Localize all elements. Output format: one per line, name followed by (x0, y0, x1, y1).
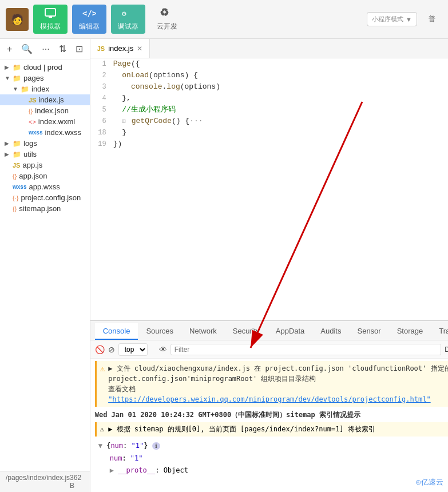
sidebar-item-index-json[interactable]: {} index.json (0, 105, 90, 116)
folder-icon: 📁 (21, 85, 29, 93)
item-label: index.json (35, 106, 69, 115)
item-label: logs (23, 139, 37, 148)
tab-bar: JS index.js ✕ (90, 39, 448, 58)
tab-console[interactable]: Console (95, 323, 138, 340)
console-sitemap-info: ⚠ ▶ 根据 sitemap 的规则[0], 当前页面 [pages/index… (95, 422, 448, 437)
wxss-icon: wxss (13, 184, 26, 190)
devtools-content: ⚠ ▶ 文件 cloud/xiaochengxuma/index.js 在 pr… (90, 359, 448, 492)
sidebar-item-index-wxml[interactable]: <> index.wxml (0, 116, 90, 127)
svg-text:♻: ♻ (160, 8, 169, 18)
sidebar-item-cloud[interactable]: ▶ 📁 cloud | prod (0, 62, 90, 73)
sidebar-item-app-json[interactable]: {} app.json (0, 170, 90, 181)
item-label: index.js (38, 96, 64, 104)
code-editor-area: JS index.js ✕ 1 Page({ 2 onLoad(options)… (90, 39, 448, 320)
add-file-button[interactable]: + (5, 43, 14, 55)
eye-button[interactable]: 👁 (159, 345, 167, 354)
tab-sources[interactable]: Sources (138, 323, 181, 340)
more-options-button[interactable]: ··· (39, 43, 51, 55)
svg-text:</>: </> (82, 9, 96, 18)
code-line-3: 3 console.log(options) (90, 81, 448, 93)
sidebar-item-utils[interactable]: ▶ 📁 utils (0, 149, 90, 160)
tab-index-js[interactable]: JS index.js ✕ (90, 39, 150, 58)
console-warning-1: ⚠ ▶ 文件 cloud/xiaochengxuma/index.js 在 pr… (95, 361, 448, 407)
obj-num-key: num: "1" (110, 454, 143, 462)
avatar-icon: 🧑 (11, 13, 23, 26)
tab-label: index.js (108, 44, 133, 53)
sidebar: + 🔍 ··· ⇅ ⊡ ▶ 📁 cloud | prod ▼ 📁 pages ▼ (0, 39, 90, 492)
json-icon: {} (29, 108, 33, 114)
cloud-label: 云开发 (157, 22, 177, 31)
editor-icon: </> (81, 7, 98, 19)
tab-js-icon: JS (97, 45, 105, 52)
sidebar-item-pages[interactable]: ▼ 📁 pages (0, 73, 90, 84)
tab-network[interactable]: Network (181, 323, 225, 340)
tab-appdata[interactable]: AppData (268, 323, 313, 340)
tab-audits[interactable]: Audits (312, 323, 349, 340)
code-editor[interactable]: 1 Page({ 2 onLoad(options) { 3 console.l… (90, 58, 448, 320)
devtools-toolbar: 🚫 ⊘ top 👁 Default levels ▼ (90, 340, 448, 359)
doc-link[interactable]: "https://developers.weixin.qq.com/minipr… (108, 395, 431, 403)
tab-trace[interactable]: Trace (431, 323, 448, 340)
item-label: index (31, 85, 49, 93)
main-toolbar: 🧑 模拟器 </> 编辑器 ⚙ 调试器 ♻ 云开发 小程序模式 ▼ 普 (0, 0, 448, 39)
sort-button[interactable]: ⇅ (57, 42, 69, 55)
cloud-button[interactable]: ♻ 云开发 (150, 5, 184, 34)
filter-input[interactable] (171, 344, 441, 355)
level-select[interactable]: Default levels ▼ (445, 346, 448, 354)
sidebar-item-logs[interactable]: ▶ 📁 logs (0, 138, 90, 149)
tab-storage[interactable]: Storage (389, 323, 431, 340)
avatar[interactable]: 🧑 (6, 8, 29, 31)
tab-close-button[interactable]: ✕ (137, 45, 142, 53)
clear-console-button[interactable]: 🚫 (95, 345, 105, 354)
stop-button[interactable]: ⊘ (108, 345, 115, 354)
js-icon: JS (29, 97, 36, 104)
search-button[interactable]: 🔍 (19, 42, 35, 55)
item-label: index.wxss (45, 128, 81, 137)
item-label: sitemap.json (19, 204, 61, 213)
mode-label: 小程序模式 (372, 15, 403, 23)
obj-text: {num: "1"} ℹ (106, 442, 160, 450)
sidebar-item-index-js[interactable]: JS index.js (0, 94, 90, 105)
sidebar-item-index-folder[interactable]: ▼ 📁 index (0, 84, 90, 94)
tab-security[interactable]: Security (225, 323, 268, 340)
tab-sensor[interactable]: Sensor (349, 323, 388, 340)
editor-button[interactable]: </> 编辑器 (72, 5, 106, 34)
folder-icon: 📁 (13, 74, 21, 82)
item-label: project.config.json (21, 193, 81, 202)
sidebar-item-app-wxss[interactable]: wxss app.wxss (0, 181, 90, 192)
arrow-icon: ▶ (5, 151, 13, 157)
sidebar-item-sitemap[interactable]: {} sitemap.json (0, 203, 90, 214)
svg-rect-1 (49, 17, 52, 18)
editor-label: 编辑器 (79, 22, 100, 31)
context-selector[interactable]: top (118, 343, 148, 356)
arrow-icon: ▶ (5, 64, 13, 70)
console-date: Wed Jan 01 2020 10:24:32 GMT+0800（中国标准时间… (95, 410, 448, 420)
item-label: cloud | prod (23, 63, 62, 72)
simulator-button[interactable]: 模拟器 (33, 5, 68, 34)
watermark: ⊕亿速云 (415, 477, 443, 487)
code-line-2: 2 onLoad(options) { (90, 70, 448, 81)
sidebar-item-project-config[interactable]: {·} project.config.json (0, 192, 90, 203)
file-size: 362 B (70, 474, 84, 490)
svg-text:⚙: ⚙ (122, 9, 126, 18)
date-text: Wed Jan 01 2020 10:24:32 GMT+0800（中国标准时间… (95, 411, 360, 419)
main-layout: + 🔍 ··· ⇅ ⊡ ▶ 📁 cloud | prod ▼ 📁 pages ▼ (0, 39, 448, 492)
file-tree: ▶ 📁 cloud | prod ▼ 📁 pages ▼ 📁 index JS (0, 59, 90, 471)
code-line-1: 1 Page({ (90, 58, 448, 70)
collapse-button[interactable]: ⊡ (73, 42, 85, 55)
warning-text: ▶ 文件 cloud/xiaochengxuma/index.js 在 proj… (108, 364, 448, 403)
arrow-icon: ▶ (5, 140, 13, 146)
warning-content: ▶ 文件 cloud/xiaochengxuma/index.js 在 proj… (108, 363, 448, 404)
svg-rect-0 (45, 9, 55, 16)
console-obj-expanded: ▼ {num: "1"} ℹ num: "1" ▶ __proto__: Obj… (95, 439, 448, 478)
arrow-icon: ▼ (5, 75, 13, 81)
json-icon: {} (13, 205, 17, 212)
debugger-button[interactable]: ⚙ 调试器 (111, 5, 145, 34)
mode-selector[interactable]: 小程序模式 ▼ (367, 12, 417, 26)
file-status-bar: /pages/index/index.js 362 B (0, 471, 90, 492)
sidebar-item-index-wxss[interactable]: wxss index.wxss (0, 127, 90, 138)
more-button[interactable]: 普 (422, 12, 442, 26)
item-label: utils (23, 150, 37, 158)
sidebar-item-app-js[interactable]: JS app.js (0, 160, 90, 170)
item-label: index.wxml (38, 117, 75, 126)
